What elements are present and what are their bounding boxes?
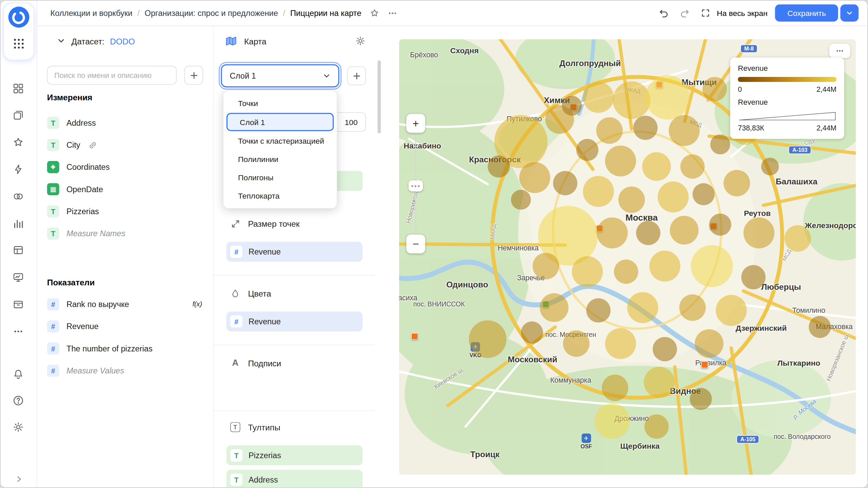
layer-select[interactable]: Слой 1 xyxy=(221,64,339,87)
revenue-bubble[interactable] xyxy=(614,260,638,284)
tooltip-field-chip[interactable]: Pizzerias xyxy=(226,445,363,465)
add-field-button[interactable] xyxy=(184,66,203,85)
tooltip-field-chip[interactable]: Address xyxy=(226,470,363,488)
expand-rail-icon[interactable] xyxy=(14,474,24,484)
revenue-bubble[interactable] xyxy=(741,265,766,289)
undo-icon[interactable] xyxy=(657,6,670,20)
dimension-field-row-city[interactable]: City xyxy=(37,134,213,156)
dimension-field-row-address[interactable]: Address xyxy=(37,112,213,134)
revenue-bubble[interactable] xyxy=(540,293,569,322)
measure-field-row-rank-по-выручке[interactable]: Rank по выручкеf(x) xyxy=(37,293,213,315)
help-icon[interactable] xyxy=(12,394,25,408)
add-layer-button[interactable] xyxy=(347,66,366,85)
workbooks-icon[interactable] xyxy=(12,109,25,122)
revenue-bubble[interactable] xyxy=(784,225,811,251)
charts-icon[interactable] xyxy=(12,218,25,231)
dimension-field-row-coordinates[interactable]: Coordinates xyxy=(37,156,213,178)
quick-actions-icon[interactable] xyxy=(12,163,25,177)
revenue-bubble[interactable] xyxy=(469,320,507,358)
connections-icon[interactable] xyxy=(12,190,25,204)
revenue-bubble[interactable] xyxy=(692,183,714,205)
revenue-bubble[interactable] xyxy=(553,171,577,195)
redo-icon[interactable] xyxy=(678,6,691,20)
zoom-slider-handle[interactable]: ●●● xyxy=(409,180,423,191)
revenue-bubble[interactable] xyxy=(709,214,731,236)
revenue-bubble[interactable] xyxy=(669,115,699,146)
measure-field-row-measure-values[interactable]: Measure Values xyxy=(37,360,213,382)
revenue-bubble[interactable] xyxy=(562,96,582,116)
revenue-bubble[interactable] xyxy=(602,374,628,401)
breadcrumb-collections[interactable]: Коллекции и воркбуки xyxy=(51,8,133,17)
revenue-bubble[interactable] xyxy=(605,328,636,359)
more-icon[interactable] xyxy=(12,325,25,339)
revenue-bubble[interactable] xyxy=(761,158,779,175)
dataset-name-link[interactable]: DODO xyxy=(110,36,135,46)
measure-field-row-the-number-of-pizzerias[interactable]: The number of pizzerias xyxy=(37,338,213,360)
notifications-icon[interactable] xyxy=(12,368,25,381)
revenue-bubble[interactable] xyxy=(691,245,733,287)
measure-field-row-revenue[interactable]: Revenue xyxy=(37,316,213,338)
revenue-bubble[interactable] xyxy=(618,186,645,213)
revenue-bubble[interactable] xyxy=(646,75,690,120)
dimension-field-row-pizzerias[interactable]: Pizzerias xyxy=(37,200,213,222)
favorite-star-icon[interactable] xyxy=(368,6,381,20)
fullscreen-button[interactable]: На весь экран xyxy=(699,6,768,20)
size-field-chip[interactable]: Revenue xyxy=(226,242,363,262)
revenue-bubble[interactable] xyxy=(724,170,750,196)
storage-icon[interactable] xyxy=(12,298,25,311)
dataset-header[interactable]: Датасет: DODO xyxy=(37,26,213,56)
all-services-grid-icon[interactable] xyxy=(12,37,25,50)
revenue-bubble[interactable] xyxy=(533,253,559,279)
dimension-field-row-measure-names[interactable]: Measure Names xyxy=(37,222,213,244)
menu-item-layer-1-selected[interactable]: Слой 1 xyxy=(226,113,334,131)
favorites-icon[interactable] xyxy=(12,136,25,149)
revenue-bubble[interactable] xyxy=(613,81,650,119)
revenue-bubble[interactable] xyxy=(744,218,774,248)
revenue-bubble[interactable] xyxy=(716,295,747,326)
settings-icon[interactable] xyxy=(12,421,25,434)
revenue-bubble[interactable] xyxy=(583,176,614,207)
datasets-icon[interactable] xyxy=(12,244,25,257)
revenue-bubble[interactable] xyxy=(679,294,706,321)
revenue-bubble[interactable] xyxy=(636,221,660,245)
revenue-bubble[interactable] xyxy=(605,145,636,176)
revenue-bubble[interactable] xyxy=(597,218,628,248)
menu-item-polygons[interactable]: Полигоны xyxy=(224,168,337,186)
datalens-logo-icon[interactable] xyxy=(8,6,30,28)
menu-item-polylines[interactable]: Полилинии xyxy=(224,150,337,168)
revenue-bubble[interactable] xyxy=(653,337,677,361)
revenue-bubble[interactable] xyxy=(680,155,705,179)
revenue-bubble[interactable] xyxy=(519,162,550,193)
revenue-bubble[interactable] xyxy=(695,329,724,358)
revenue-bubble[interactable] xyxy=(521,322,543,344)
revenue-bubble[interactable] xyxy=(644,414,669,439)
revenue-bubble[interactable] xyxy=(596,117,623,144)
save-button[interactable]: Сохранить xyxy=(775,4,838,22)
revenue-bubble[interactable] xyxy=(586,298,611,323)
dimension-field-row-opendate[interactable]: OpenDate xyxy=(37,178,213,200)
revenue-bubble[interactable] xyxy=(710,135,730,155)
monitoring-icon[interactable] xyxy=(12,271,25,284)
zoom-in-button[interactable]: + xyxy=(406,114,425,133)
revenue-bubble[interactable] xyxy=(649,251,680,282)
revenue-bubble[interactable] xyxy=(563,330,589,357)
revenue-bubble[interactable] xyxy=(670,216,699,245)
zoom-out-button[interactable]: − xyxy=(406,235,425,253)
revenue-bubble[interactable] xyxy=(633,116,658,140)
revenue-bubble[interactable] xyxy=(627,292,658,323)
breadcrumb-workbook[interactable]: Организации: спрос и предложение xyxy=(145,8,278,17)
map-canvas[interactable]: БрёховоСходняДолгопрудныйМытищиХимкиПути… xyxy=(399,39,856,475)
revenue-bubble[interactable] xyxy=(690,388,712,410)
config-panel-scrollbar[interactable] xyxy=(377,60,381,134)
revenue-bubble[interactable] xyxy=(642,152,671,181)
revenue-bubble[interactable] xyxy=(572,256,603,287)
dashboards-icon[interactable] xyxy=(12,82,25,96)
revenue-bubble[interactable] xyxy=(658,182,689,212)
field-search-input[interactable] xyxy=(47,66,177,85)
menu-item-heatmap[interactable]: Теплокарта xyxy=(224,186,337,205)
revenue-bubble[interactable] xyxy=(809,316,831,338)
chart-settings-gear-icon[interactable] xyxy=(355,35,366,46)
revenue-bubble[interactable] xyxy=(576,139,598,161)
revenue-bubble[interactable] xyxy=(488,156,510,178)
save-dropdown-button[interactable] xyxy=(840,4,859,22)
